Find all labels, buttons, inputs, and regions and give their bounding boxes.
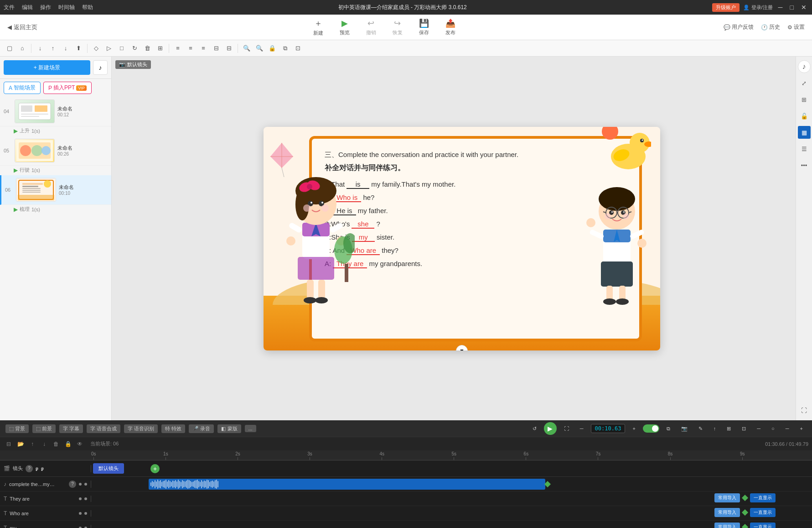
- audio-clip[interactable]: [149, 479, 545, 490]
- fullscreen-btn[interactable]: ⛶: [560, 425, 573, 432]
- align-center-btn[interactable]: ≡: [185, 42, 197, 54]
- tl-btn-up[interactable]: ↑: [27, 439, 37, 449]
- select-tool[interactable]: ▢: [4, 42, 16, 54]
- mask-tag[interactable]: ◧ 蒙版: [217, 424, 241, 433]
- ctrl-btn-7[interactable]: ─: [753, 425, 764, 432]
- maximize-button[interactable]: □: [788, 4, 796, 11]
- slide-container[interactable]: 三、Complete the conversation and practice…: [264, 127, 660, 350]
- insert-ppt-tab[interactable]: P 插入PPT VIP: [43, 82, 92, 94]
- ctrl-btn-10[interactable]: +: [796, 425, 807, 432]
- more-tag[interactable]: ...: [245, 425, 256, 432]
- download-btn[interactable]: ↓: [34, 42, 46, 54]
- history-button[interactable]: 🕐 历史: [761, 23, 780, 31]
- camera-dot-2[interactable]: •: [41, 467, 44, 470]
- feedback-button[interactable]: 💬 用户反馈: [724, 23, 754, 31]
- fx-tag[interactable]: 特 特效: [161, 424, 185, 433]
- who-are-marker[interactable]: [742, 509, 748, 516]
- layers-btn[interactable]: ☰: [798, 142, 811, 155]
- audio-dot-2[interactable]: [84, 483, 87, 486]
- speed-plus-btn[interactable]: +: [629, 425, 639, 432]
- minimize-button[interactable]: ─: [776, 4, 785, 11]
- more-canvas-btn[interactable]: •••: [798, 159, 811, 172]
- audio-end-marker[interactable]: [544, 481, 551, 487]
- publish-button[interactable]: 📤 发布: [438, 16, 463, 38]
- up-btn[interactable]: ↑: [47, 42, 59, 54]
- copy2-btn[interactable]: ⊞: [154, 42, 166, 54]
- they-are-marker[interactable]: [742, 495, 748, 501]
- tl-btn-lock[interactable]: 🔒: [63, 439, 73, 449]
- music-note-button[interactable]: ♪: [798, 60, 811, 73]
- my-dot-1[interactable]: [79, 527, 82, 528]
- menu-operate[interactable]: 操作: [40, 4, 51, 11]
- ctrl-btn-2[interactable]: 📷: [678, 425, 691, 433]
- menu-timeline[interactable]: 时间轴: [58, 4, 75, 11]
- align-right-btn[interactable]: ≡: [197, 42, 209, 54]
- my-import[interactable]: 常用导入: [714, 523, 740, 528]
- asr-tag[interactable]: 字 语音识别: [124, 424, 158, 433]
- login-button[interactable]: 👤 登录/注册: [743, 4, 773, 11]
- play-button[interactable]: ▶: [544, 422, 557, 435]
- scene-item-04[interactable]: 04 未命名 00:12: [0, 97, 111, 126]
- subtitle-tag[interactable]: 字 字幕: [59, 424, 83, 433]
- ai-scene-tab[interactable]: A 智能场景: [4, 82, 41, 94]
- align-left-btn[interactable]: ≡: [172, 42, 184, 54]
- tl-btn-grid[interactable]: ⊟: [4, 439, 14, 449]
- audio-dot-1[interactable]: [79, 483, 82, 486]
- they-are-import[interactable]: 常用导入: [714, 493, 740, 502]
- new-button[interactable]: ＋ 新建: [306, 16, 331, 38]
- audio-help[interactable]: ?: [69, 481, 76, 488]
- who-are-dot-1[interactable]: [79, 512, 82, 515]
- replay-btn[interactable]: ↺: [529, 425, 540, 433]
- zoom-in-btn[interactable]: 🔍: [241, 42, 253, 54]
- ctrl-btn-5[interactable]: ⊞: [723, 425, 734, 433]
- back-home-button[interactable]: ◀ 返回主页: [7, 23, 37, 31]
- save-button[interactable]: 💾 保存: [412, 16, 436, 38]
- they-are-dot-2[interactable]: [84, 497, 87, 500]
- tl-btn-down[interactable]: ↓: [39, 439, 49, 449]
- align-top-btn[interactable]: ⬆: [72, 42, 84, 54]
- menu-file[interactable]: 文件: [4, 4, 15, 11]
- expand-btn[interactable]: ⤢: [798, 77, 811, 89]
- tts-tag[interactable]: 字 语音合成: [87, 424, 120, 433]
- ctrl-btn-9[interactable]: ─: [782, 425, 793, 432]
- lock-btn[interactable]: □: [116, 42, 128, 54]
- record-tag[interactable]: 🎤 录音: [189, 424, 214, 433]
- close-button[interactable]: ✕: [799, 4, 808, 11]
- more2-btn[interactable]: ⊡: [292, 42, 304, 54]
- new-scene-button[interactable]: + 新建场景: [4, 60, 90, 75]
- camera-help[interactable]: ?: [26, 465, 33, 472]
- ctrl-btn-8[interactable]: ○: [768, 425, 778, 432]
- menu-edit[interactable]: 编辑: [22, 4, 33, 11]
- settings-button[interactable]: ⚙ 设置: [787, 23, 805, 31]
- zoom-out-btn[interactable]: 🔍: [253, 42, 265, 54]
- lock-canvas-btn[interactable]: 🔓: [798, 110, 811, 122]
- bg-tag[interactable]: ⬚ 背景: [5, 424, 29, 433]
- ctrl-btn-6[interactable]: ⊡: [738, 425, 750, 433]
- compress-btn[interactable]: ⊞: [798, 93, 811, 106]
- copy3-btn[interactable]: ⧉: [279, 42, 291, 54]
- redo-button[interactable]: ↪ 恢复: [385, 16, 410, 38]
- tl-btn-folder[interactable]: 📂: [16, 439, 26, 449]
- my-dot-2[interactable]: [84, 527, 87, 528]
- my-always-show[interactable]: 一直显示: [750, 523, 776, 528]
- delete-btn[interactable]: 🗑: [141, 42, 153, 54]
- they-are-always-show[interactable]: 一直显示: [750, 493, 776, 502]
- camera-add-button[interactable]: +: [150, 464, 160, 473]
- preview-button[interactable]: ▶ 预览: [332, 16, 357, 38]
- my-marker[interactable]: [742, 524, 748, 528]
- undo-button[interactable]: ↩ 撤销: [359, 16, 383, 38]
- ctrl-btn-1[interactable]: ⧉: [663, 425, 674, 433]
- they-are-dot-1[interactable]: [79, 497, 82, 500]
- tl-btn-delete[interactable]: 🗑: [51, 439, 61, 449]
- tl-btn-eye[interactable]: 👁: [75, 439, 85, 449]
- who-are-import[interactable]: 常用导入: [714, 508, 740, 517]
- align-h-btn[interactable]: ⊟: [210, 42, 222, 54]
- down-btn[interactable]: ↓: [60, 42, 72, 54]
- fullscreen-canvas-btn[interactable]: ⛶: [798, 404, 811, 417]
- upgrade-button[interactable]: 升级账户: [712, 3, 740, 12]
- ctrl-btn-3[interactable]: ✎: [695, 425, 706, 433]
- toggle-switch[interactable]: [643, 424, 659, 433]
- menu-help[interactable]: 帮助: [82, 4, 93, 11]
- lock2-btn[interactable]: 🔒: [266, 42, 278, 54]
- home-tool[interactable]: ⌂: [16, 42, 28, 54]
